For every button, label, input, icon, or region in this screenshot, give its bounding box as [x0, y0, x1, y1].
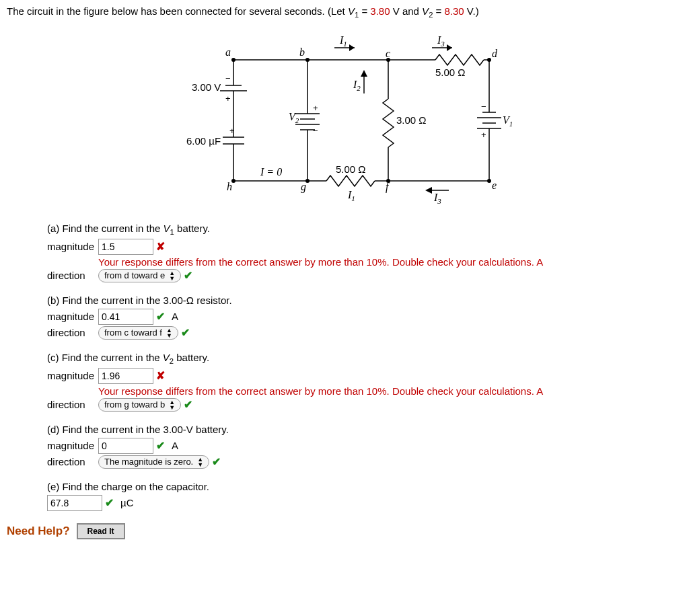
part-c-magnitude-input[interactable]	[98, 368, 153, 384]
part-c: (c) Find the current in the V2 battery. …	[47, 352, 682, 412]
part-b-direction-select[interactable]: from c toward f▲▼	[98, 326, 178, 340]
svg-text:h: h	[227, 181, 232, 192]
correct-icon: ✔	[156, 310, 165, 323]
part-b: (b) Find the current in the 3.00-Ω resis…	[47, 295, 682, 340]
circuit-diagram: .wire{stroke:#000;stroke-width:1.5;fill:…	[153, 26, 536, 208]
svg-text:+: +	[481, 130, 486, 140]
svg-text:−: −	[481, 102, 486, 112]
svg-text:−: −	[313, 126, 318, 136]
wrong-icon: ✘	[156, 369, 165, 382]
part-e-input[interactable]	[47, 495, 102, 511]
svg-marker-66	[361, 70, 367, 77]
svg-text:I3: I3	[433, 192, 441, 205]
feedback-text: Your response differs from the correct a…	[98, 256, 543, 268]
svg-text:f: f	[386, 181, 390, 193]
part-e: (e) Find the charge on the capacitor. ✔ …	[47, 481, 682, 511]
feedback-text: Your response differs from the correct a…	[98, 385, 543, 397]
svg-text:3.00 Ω: 3.00 Ω	[396, 114, 427, 126]
read-it-button[interactable]: Read It	[77, 523, 125, 539]
svg-text:+: +	[229, 126, 235, 136]
question-intro: The circuit in the figure below has been…	[7, 4, 682, 21]
part-a-direction-select[interactable]: from d toward e▲▼	[98, 269, 181, 282]
svg-point-35	[487, 58, 491, 62]
correct-icon: ✔	[181, 326, 190, 339]
part-d-magnitude-input[interactable]	[98, 438, 153, 454]
svg-text:c: c	[386, 48, 390, 59]
svg-text:+: +	[313, 103, 318, 113]
svg-text:5.00 Ω: 5.00 Ω	[336, 163, 366, 175]
svg-text:6.00 µF: 6.00 µF	[186, 135, 221, 147]
svg-text:V2: V2	[289, 111, 299, 124]
need-help-label: Need Help?	[7, 525, 70, 538]
svg-point-29	[231, 58, 235, 62]
svg-text:I1: I1	[347, 189, 355, 202]
svg-point-37	[487, 179, 491, 183]
svg-text:V1: V1	[503, 114, 513, 128]
svg-text:a: a	[225, 46, 231, 58]
svg-marker-71	[425, 187, 432, 194]
svg-marker-63	[447, 44, 452, 51]
wrong-icon: ✘	[156, 240, 165, 253]
svg-text:I = 0: I = 0	[260, 166, 282, 178]
svg-point-31	[305, 58, 310, 62]
correct-icon: ✔	[105, 496, 114, 509]
part-a: (a) Find the current in the V1 battery. …	[47, 223, 682, 282]
svg-text:−: −	[225, 73, 231, 83]
correct-icon: ✔	[184, 269, 192, 282]
svg-text:+: +	[225, 93, 231, 104]
svg-text:I2: I2	[353, 79, 361, 92]
svg-marker-60	[349, 44, 355, 51]
part-b-magnitude-input[interactable]	[98, 309, 153, 325]
svg-text:3.00 V: 3.00 V	[192, 81, 221, 93]
svg-text:I3: I3	[437, 34, 445, 48]
part-d: (d) Find the current in the 3.00-V batte…	[47, 424, 682, 469]
svg-text:I1: I1	[339, 34, 347, 48]
correct-icon: ✔	[156, 439, 165, 452]
part-d-direction-select[interactable]: The magnitude is zero.▲▼	[98, 455, 209, 469]
svg-text:5.00 Ω: 5.00 Ω	[435, 67, 466, 78]
svg-text:b: b	[299, 46, 305, 58]
svg-text:g: g	[301, 181, 306, 193]
correct-icon: ✔	[212, 455, 221, 468]
svg-text:e: e	[492, 180, 497, 191]
part-c-direction-select[interactable]: from g toward b▲▼	[98, 398, 181, 412]
svg-text:d: d	[492, 48, 498, 59]
correct-icon: ✔	[184, 398, 192, 411]
part-a-magnitude-input[interactable]	[98, 239, 153, 255]
